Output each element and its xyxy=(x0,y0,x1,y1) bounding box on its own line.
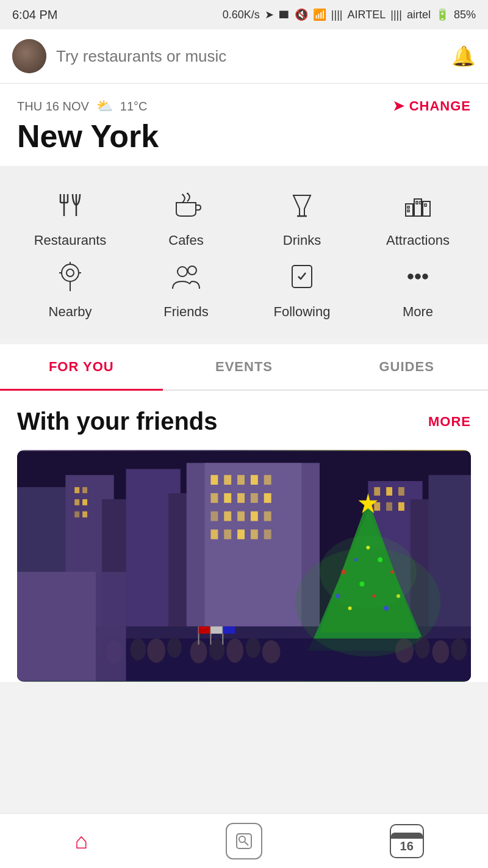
section-header: With your friends MORE xyxy=(17,408,471,435)
svg-rect-38 xyxy=(82,499,87,505)
date-text: THU 16 NOV xyxy=(17,99,89,114)
tab-events[interactable]: EVENTS xyxy=(163,344,326,389)
category-drinks[interactable]: Drinks xyxy=(253,189,351,248)
notification-bell-icon[interactable]: 🔔 xyxy=(451,45,476,68)
svg-rect-52 xyxy=(264,493,271,503)
svg-rect-59 xyxy=(224,530,231,540)
categories-row-1: Restaurants Cafes Drinks xyxy=(12,189,476,248)
section-title: With your friends xyxy=(17,408,218,435)
signal-icon2: |||| xyxy=(390,9,402,21)
status-time: 6:04 PM xyxy=(12,8,57,22)
wifi-icon: 📶 xyxy=(313,8,326,21)
svg-point-90 xyxy=(147,638,165,663)
mute-icon: 🔇 xyxy=(295,8,308,21)
svg-rect-63 xyxy=(374,487,380,496)
following-icon xyxy=(286,261,318,297)
category-nearby[interactable]: Nearby xyxy=(21,261,119,320)
svg-rect-37 xyxy=(74,499,79,505)
home-icon: ⌂ xyxy=(74,828,88,854)
signal-icon1: |||| xyxy=(331,9,343,21)
svg-rect-57 xyxy=(264,512,271,521)
divider-1 xyxy=(0,166,488,171)
nav-home[interactable]: ⌂ xyxy=(57,823,106,859)
content-section: With your friends MORE xyxy=(0,391,488,682)
user-avatar[interactable] xyxy=(12,39,46,73)
svg-rect-56 xyxy=(251,512,258,521)
svg-point-95 xyxy=(246,637,260,658)
nav-search[interactable] xyxy=(220,823,268,859)
svg-rect-10 xyxy=(407,210,409,212)
svg-rect-60 xyxy=(237,530,245,540)
svg-rect-44 xyxy=(224,475,231,485)
svg-point-94 xyxy=(226,638,243,663)
svg-point-110 xyxy=(320,536,417,609)
category-more[interactable]: More xyxy=(369,261,467,320)
svg-point-96 xyxy=(262,640,281,664)
svg-rect-64 xyxy=(386,487,392,496)
svg-rect-46 xyxy=(251,475,258,485)
featured-image-card[interactable] xyxy=(17,450,471,682)
svg-rect-102 xyxy=(17,572,96,681)
svg-point-15 xyxy=(66,269,74,277)
tabs-section: FOR YOU EVENTS GUIDES xyxy=(0,344,488,391)
svg-rect-40 xyxy=(82,512,87,518)
carrier2: airtel xyxy=(407,9,431,21)
temperature-text: 11°C xyxy=(120,99,148,114)
svg-point-89 xyxy=(131,638,146,660)
svg-rect-51 xyxy=(251,493,258,503)
svg-rect-13 xyxy=(425,204,426,206)
svg-rect-43 xyxy=(210,475,218,485)
svg-rect-62 xyxy=(264,530,271,540)
svg-rect-68 xyxy=(398,502,404,511)
svg-point-23 xyxy=(408,274,413,279)
bluetooth-icon: ⯀ xyxy=(279,9,290,21)
svg-rect-49 xyxy=(224,493,231,503)
svg-rect-54 xyxy=(224,512,231,521)
status-bar: 6:04 PM 0.60K/s ➤ ⯀ 🔇 📶 |||| AIRTEL ||||… xyxy=(0,0,488,29)
nearby-icon xyxy=(54,261,86,297)
search-nav-icon xyxy=(226,823,262,859)
battery-icon: 🔋 xyxy=(436,8,449,21)
svg-rect-35 xyxy=(74,487,79,493)
category-cafes[interactable]: Cafes xyxy=(137,189,235,248)
friends-icon xyxy=(170,261,202,297)
svg-rect-61 xyxy=(251,530,258,540)
drinks-icon xyxy=(286,189,318,225)
category-friends[interactable]: Friends xyxy=(137,261,235,320)
svg-rect-11 xyxy=(416,201,418,204)
svg-rect-48 xyxy=(210,493,218,503)
cafes-label: Cafes xyxy=(168,233,203,248)
battery-level: 85% xyxy=(454,9,476,21)
city-name: New York xyxy=(17,119,471,154)
calendar-header xyxy=(391,833,423,839)
svg-rect-67 xyxy=(386,502,392,511)
restaurants-icon xyxy=(54,189,86,225)
nav-calendar[interactable]: 16 xyxy=(382,823,431,859)
search-input[interactable] xyxy=(56,47,442,66)
svg-rect-50 xyxy=(237,493,245,503)
category-restaurants[interactable]: Restaurants xyxy=(21,189,119,248)
restaurants-label: Restaurants xyxy=(34,233,107,248)
tab-for-you[interactable]: FOR YOU xyxy=(0,344,163,389)
network-speed: 0.60K/s xyxy=(223,9,260,21)
location-section: THU 16 NOV ⛅ 11°C ➤ CHANGE New York xyxy=(0,84,488,166)
more-icon xyxy=(402,261,434,297)
tab-guides[interactable]: GUIDES xyxy=(325,344,488,389)
nav-arrow-icon: ➤ xyxy=(265,8,274,21)
svg-rect-47 xyxy=(264,475,271,485)
svg-rect-108 xyxy=(223,626,235,634)
svg-point-25 xyxy=(423,274,428,279)
svg-rect-104 xyxy=(199,626,211,634)
svg-point-112 xyxy=(239,836,245,842)
more-button[interactable]: MORE xyxy=(428,414,471,430)
svg-rect-9 xyxy=(407,206,409,208)
category-attractions[interactable]: Attractions xyxy=(369,189,467,248)
date-weather: THU 16 NOV ⛅ 11°C xyxy=(17,98,148,114)
svg-line-113 xyxy=(245,842,248,845)
change-location-button[interactable]: ➤ CHANGE xyxy=(393,98,471,114)
friends-label: Friends xyxy=(163,304,208,320)
category-following[interactable]: Following xyxy=(253,261,351,320)
search-bar-container: 🔔 xyxy=(0,29,488,84)
bottom-spacer xyxy=(0,682,488,743)
weather-cloud-icon: ⛅ xyxy=(96,98,113,114)
